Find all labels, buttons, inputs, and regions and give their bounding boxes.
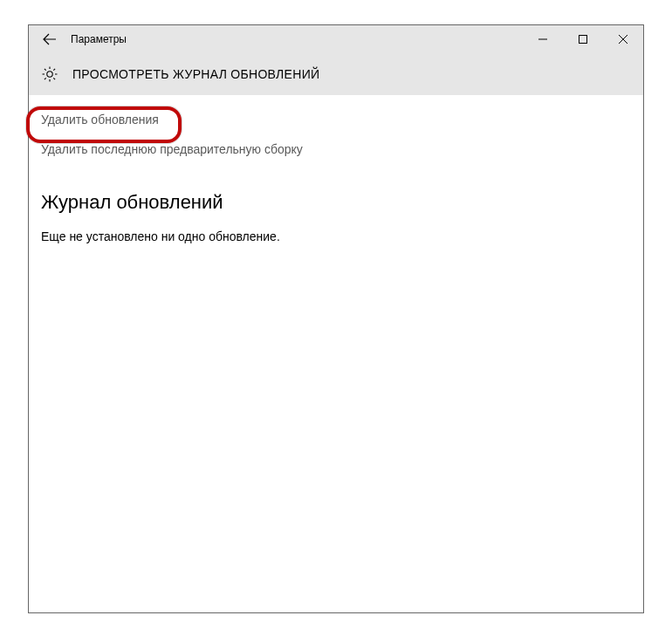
close-button[interactable] (603, 25, 643, 53)
titlebar: Параметры (29, 25, 643, 53)
minimize-icon (538, 35, 547, 44)
maximize-icon (579, 35, 587, 44)
content-area: Удалить обновления Удалить последнюю пре… (29, 95, 643, 612)
empty-history-message: Еще не установлено ни одно обновление. (29, 229, 643, 243)
arrow-left-icon (43, 32, 57, 46)
window-title: Параметры (71, 33, 127, 45)
svg-point-4 (47, 71, 52, 76)
gear-icon (41, 65, 58, 83)
window-controls (523, 25, 643, 53)
page-title: ПРОСМОТРЕТЬ ЖУРНАЛ ОБНОВЛЕНИЙ (72, 67, 319, 81)
minimize-button[interactable] (523, 25, 563, 53)
close-icon (619, 35, 627, 44)
uninstall-preview-link[interactable]: Удалить последнюю предварительную сборку (29, 137, 643, 161)
uninstall-updates-link[interactable]: Удалить обновления (29, 107, 643, 132)
page-header: ПРОСМОТРЕТЬ ЖУРНАЛ ОБНОВЛЕНИЙ (29, 53, 643, 95)
settings-window: Параметры (28, 24, 644, 613)
maximize-button[interactable] (563, 25, 603, 53)
update-history-heading: Журнал обновлений (29, 191, 643, 214)
svg-rect-1 (579, 36, 587, 44)
back-button[interactable] (29, 25, 71, 53)
